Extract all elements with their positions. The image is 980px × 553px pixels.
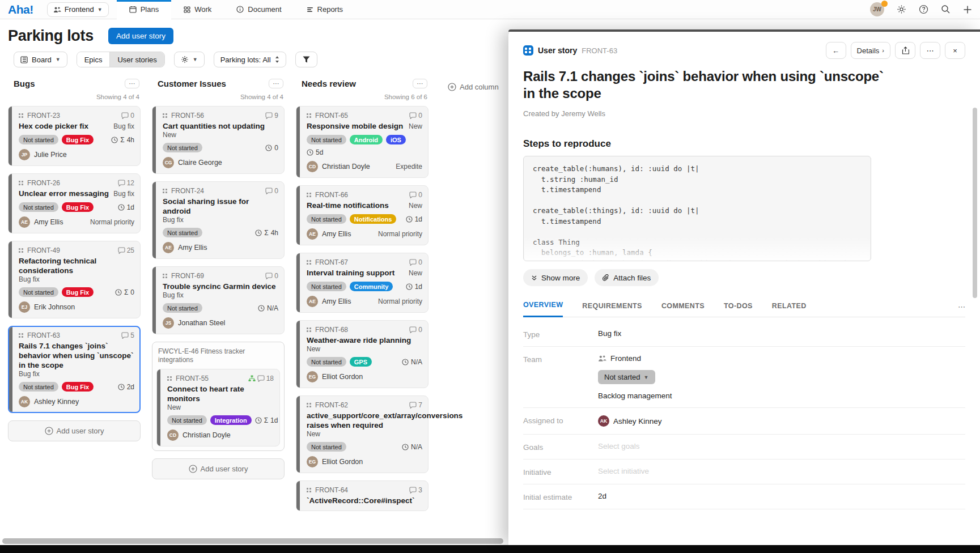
story-card[interactable]: FRONT-4925Refactoring technical consider…	[8, 241, 141, 318]
tab-overview[interactable]: OVERVIEW	[523, 301, 563, 317]
card-comments[interactable]: 3	[409, 486, 422, 494]
card-badges-row: Not startedCommunity1d	[307, 282, 422, 291]
card-id-row: FRONT-5518	[167, 375, 274, 382]
more-options-button[interactable]: ⋯	[920, 42, 940, 59]
tabs-overflow-icon[interactable]: ⋯	[958, 303, 965, 311]
card-comments[interactable]: 0	[265, 272, 278, 280]
story-card[interactable]: FRONT-240Social sharing issue for androi…	[152, 181, 285, 259]
time-value: 4h	[127, 136, 134, 144]
sigma-icon: Σ	[264, 416, 268, 424]
add-column-button[interactable]: Add column	[448, 83, 499, 91]
card-comments[interactable]: 0	[121, 112, 134, 120]
card-comments[interactable]: 0	[409, 112, 422, 120]
story-card[interactable]: FRONT-230Hex code picker fixBug fixNot s…	[8, 106, 141, 166]
card-badges-row: Not startedBug FixΣ0	[19, 287, 134, 297]
story-card[interactable]: FRONT-627active_support/core_ext/array/c…	[296, 395, 429, 473]
card-comments[interactable]: 0	[265, 187, 278, 195]
filter-button[interactable]	[295, 52, 317, 67]
card-id-row: FRONT-2612	[19, 179, 134, 187]
help-icon[interactable]	[919, 5, 928, 14]
estimate-time: 1d	[118, 203, 134, 211]
story-card[interactable]: FRONT-660Real-time notificationsNewNot s…	[296, 185, 429, 245]
code-block[interactable]: create_table(:humans), id: :uuid do |t| …	[523, 156, 871, 261]
panel-vertical-scrollbar[interactable]	[973, 108, 977, 298]
toggle-epics[interactable]: Epics	[77, 52, 110, 67]
card-reference: FRONT-64	[315, 486, 348, 494]
parking-lot-filter-select[interactable]: Parking lots: All	[214, 52, 286, 67]
card-comments[interactable]: 0	[409, 258, 422, 266]
team-value[interactable]: Frontend	[598, 354, 672, 363]
add-user-story-column-button[interactable]: Add user story	[8, 420, 141, 441]
nav-tab-document[interactable]: Document	[224, 0, 294, 19]
workspace-switcher[interactable]: Frontend ▼	[47, 2, 109, 17]
nav-tab-work[interactable]: Work	[171, 0, 224, 19]
page-title: Parking lots	[8, 27, 94, 45]
search-icon[interactable]	[941, 5, 951, 14]
assignee-name: Christian Doyle	[183, 431, 231, 439]
back-button[interactable]: ←	[826, 42, 846, 59]
estimate-value[interactable]: 2d	[598, 492, 606, 500]
type-value[interactable]: Bug fix	[598, 329, 621, 338]
details-button[interactable]: Details›	[851, 42, 890, 59]
story-card[interactable]: FRONT-2612Unclear error messagingBug fix…	[8, 173, 141, 233]
story-card[interactable]: FRONT-643`ActiveRecord::Core#inspect`	[296, 480, 429, 511]
board-settings-button[interactable]: ▼	[174, 52, 205, 67]
card-comments[interactable]: 7	[409, 401, 422, 409]
card-title: Refactoring technical considerations	[19, 256, 134, 275]
assignee-name: Elliot Gordon	[322, 458, 363, 466]
toggle-user-stories[interactable]: User stories	[109, 52, 164, 67]
assignee-value[interactable]: AK Ashley Kinney	[598, 415, 662, 427]
horizontal-scrollbar[interactable]	[2, 538, 503, 544]
card-comments[interactable]: 5	[121, 331, 134, 339]
close-panel-button[interactable]: ×	[945, 42, 965, 59]
story-card[interactable]: FRONT-5518Connect to heart rate monitors…	[156, 369, 280, 446]
column-menu-button[interactable]: ⋯	[125, 79, 139, 88]
status-dropdown[interactable]: Not started ▼	[598, 370, 655, 384]
tab-todos[interactable]: TO-DOS	[724, 302, 753, 317]
card-id-row: FRONT-569	[163, 112, 278, 120]
story-card[interactable]: FRONT-569Cart quantities not updatingNew…	[152, 106, 285, 174]
user-avatar[interactable]: JW	[870, 2, 884, 16]
card-comments[interactable]: 0	[409, 191, 422, 199]
story-card[interactable]: FRONT-650Responsive mobile designNewNot …	[296, 106, 429, 178]
column-menu-button[interactable]: ⋯	[269, 79, 283, 88]
card-comments[interactable]: 18	[248, 375, 274, 382]
card-comments[interactable]: 25	[118, 246, 134, 254]
show-more-button[interactable]: Show more	[523, 269, 588, 286]
card-reference: FRONT-67	[315, 258, 348, 266]
nav-tab-plans[interactable]: Plans	[117, 0, 172, 19]
card-comments[interactable]: 9	[265, 112, 278, 120]
settings-gear-icon[interactable]	[897, 5, 906, 14]
tab-related[interactable]: RELATED	[772, 302, 807, 317]
workflow-value[interactable]: Backlog management	[598, 392, 672, 400]
status-badge: Not started	[307, 442, 346, 452]
drag-handle-icon	[163, 274, 167, 278]
panel-header: User story FRONT-63 ← Details› ⋯ ×	[523, 42, 965, 59]
initiative-select[interactable]: Select initiative	[598, 467, 649, 475]
card-reference: FRONT-23	[27, 112, 60, 120]
card-comments[interactable]: 12	[118, 179, 134, 187]
drag-handle-icon	[307, 113, 311, 118]
story-card[interactable]: FRONT-680Weather-aware ride planningNewN…	[296, 320, 429, 388]
card-assignee-row: JPJulie Price	[19, 149, 134, 160]
comment-icon	[121, 112, 129, 119]
card-comments[interactable]: 0	[409, 326, 422, 334]
story-card[interactable]: FRONT-690Trouble syncinc Garmin deviceBu…	[152, 266, 285, 334]
story-card[interactable]: FRONT-635Rails 7.1 changes `joins` behav…	[8, 326, 141, 413]
attach-files-button[interactable]: Attach files	[595, 269, 659, 286]
add-plus-icon[interactable]	[963, 5, 972, 14]
board-view-icon	[20, 56, 28, 63]
goals-select[interactable]: Select goals	[598, 442, 640, 450]
card-title-row: Trouble syncinc Garmin deviceBug fix	[163, 282, 278, 299]
nav-tab-reports[interactable]: Reports	[294, 0, 356, 19]
add-user-story-column-button[interactable]: Add user story	[152, 458, 285, 479]
tab-requirements[interactable]: REQUIREMENTS	[582, 302, 642, 317]
card-badges-row: Not startedBug Fix2d	[19, 382, 134, 392]
share-button[interactable]	[895, 42, 915, 59]
story-card[interactable]: FRONT-670Interval training supportNewNot…	[296, 253, 429, 313]
add-user-story-button[interactable]: Add user story	[108, 28, 173, 44]
view-selector-button[interactable]: Board ▼	[14, 52, 67, 67]
tab-comments[interactable]: COMMENTS	[661, 302, 705, 317]
column-menu-button[interactable]: ⋯	[413, 79, 427, 88]
card-assignee-row: AEAmy Ellis	[163, 242, 278, 253]
